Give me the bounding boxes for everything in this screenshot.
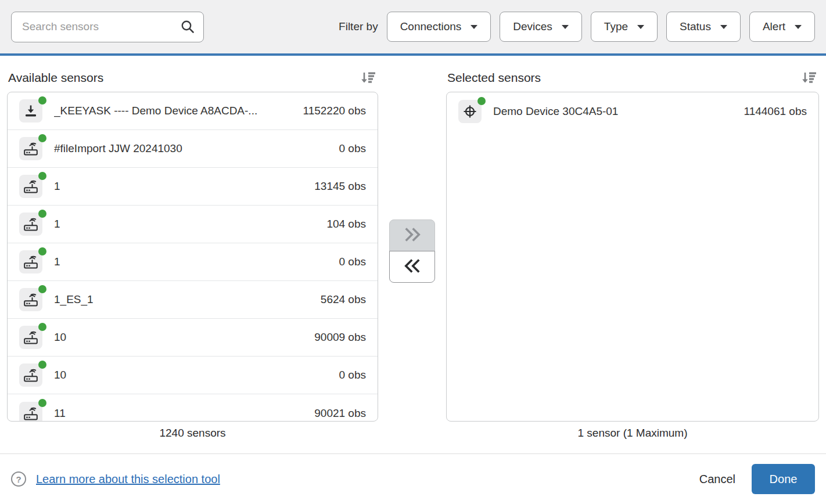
sensor-obs-count: 0 obs <box>339 369 366 381</box>
filter-dropdown-label: Devices <box>513 20 552 33</box>
status-online-dot <box>38 399 46 407</box>
search-field-wrap <box>11 12 204 42</box>
sensor-name: Demo Device 30C4A5-01 <box>493 105 732 118</box>
router-icon <box>19 402 42 422</box>
filter-dropdown-label: Alert <box>763 20 785 33</box>
sensor-name: 10 <box>54 369 328 381</box>
filter-dropdown-status[interactable]: Status <box>666 12 741 42</box>
sensor-obs-count: 104 obs <box>326 218 366 231</box>
selected-sensors-list: Demo Device 30C4A5-01 1144061 obs <box>446 92 819 422</box>
sensor-obs-count: 90009 obs <box>314 331 366 344</box>
help-question-icon: ? <box>11 471 26 487</box>
selected-sensors-title: Selected sensors <box>447 71 541 85</box>
sensor-row[interactable]: 1_ES_1 5624 obs <box>8 281 378 319</box>
filter-dropdown-label: Type <box>604 20 628 33</box>
router-icon <box>19 175 42 198</box>
cancel-button[interactable]: Cancel <box>691 467 744 492</box>
sensor-row[interactable]: 1 0 obs <box>8 243 378 281</box>
sensor-row[interactable]: 11 90021 obs <box>8 394 378 422</box>
target-icon <box>458 100 482 123</box>
filter-dropdown-type[interactable]: Type <box>591 12 658 42</box>
sensor-obs-count: 90021 obs <box>314 407 366 420</box>
router-icon <box>19 288 42 311</box>
status-online-dot <box>38 247 46 255</box>
dual-listbox: Available sensors _KEEYASK ---- Demo Dev… <box>0 56 826 440</box>
filter-dropdown-label: Connections <box>400 20 462 33</box>
status-online-dot <box>477 97 486 105</box>
available-count: 1240 sensors <box>7 427 378 440</box>
sensor-name: 1_ES_1 <box>54 293 309 306</box>
sensor-obs-count: 13145 obs <box>314 180 366 193</box>
chevrons-left-icon <box>402 258 423 276</box>
router-icon <box>19 137 42 160</box>
router-icon <box>19 363 42 387</box>
filter-dropdown-alert[interactable]: Alert <box>749 12 815 42</box>
filter-dropdown-devices[interactable]: Devices <box>500 12 582 42</box>
sort-descending-icon[interactable] <box>800 70 818 86</box>
chevrons-right-icon <box>402 226 423 244</box>
status-online-dot <box>38 172 46 180</box>
router-icon <box>19 250 42 273</box>
done-button[interactable]: Done <box>752 464 815 494</box>
sensor-name: _KEEYASK ---- Demo Device A8ACDA-... <box>54 105 292 117</box>
status-online-dot <box>38 96 46 105</box>
sensor-name: 1 <box>54 255 328 268</box>
sensor-name: 11 <box>54 407 303 420</box>
filter-dropdown-connections[interactable]: Connections <box>387 12 491 42</box>
move-to-selected-button[interactable] <box>389 219 435 251</box>
chevron-down-icon <box>562 25 569 29</box>
search-icon <box>180 19 195 34</box>
router-icon <box>19 213 42 236</box>
sensor-obs-count: 1144061 obs <box>744 105 807 118</box>
learn-more-link[interactable]: Learn more about this selection tool <box>36 473 220 486</box>
sensor-obs-count: 0 obs <box>339 255 366 268</box>
sensor-row[interactable]: #fileImport JJW 20241030 0 obs <box>8 130 378 168</box>
sensor-row[interactable]: 1 104 obs <box>8 206 378 243</box>
search-input[interactable] <box>11 12 204 42</box>
move-to-available-button[interactable] <box>389 251 435 283</box>
status-online-dot <box>38 210 46 218</box>
status-online-dot <box>38 361 46 369</box>
available-sensors-title: Available sensors <box>8 71 103 85</box>
available-sensors-list: _KEEYASK ---- Demo Device A8ACDA-... 115… <box>7 92 378 422</box>
sort-descending-icon[interactable] <box>359 70 377 86</box>
sensor-row[interactable]: 10 90009 obs <box>8 319 378 357</box>
chevron-down-icon <box>720 25 727 29</box>
sensor-name: 1 <box>54 180 303 193</box>
filter-dropdown-label: Status <box>680 20 711 33</box>
sensor-obs-count: 0 obs <box>339 142 366 155</box>
sensor-row[interactable]: 10 0 obs <box>8 357 378 394</box>
status-online-dot <box>38 285 46 293</box>
status-online-dot <box>38 323 46 331</box>
chevron-down-icon <box>795 25 802 29</box>
sensor-name: #fileImport JJW 20241030 <box>54 142 328 155</box>
sensor-row[interactable]: 1 13145 obs <box>8 168 378 206</box>
sensor-name: 10 <box>54 331 303 344</box>
transfer-controls <box>378 56 446 440</box>
filter-by-label: Filter by <box>339 20 387 33</box>
router-icon <box>19 326 42 349</box>
download-icon <box>19 99 42 123</box>
sensor-obs-count: 5624 obs <box>321 293 366 306</box>
filter-toolbar: Filter by Connections Devices Type Statu… <box>0 0 826 56</box>
selected-count: 1 sensor (1 Maximum) <box>446 427 819 440</box>
filter-buttons: Connections Devices Type Status Alert <box>387 12 815 42</box>
selected-sensors-panel: Selected sensors Demo Device 30C4A5-01 1… <box>446 56 819 440</box>
sensor-row[interactable]: Demo Device 30C4A5-01 1144061 obs <box>447 92 818 130</box>
sensor-row[interactable]: _KEEYASK ---- Demo Device A8ACDA-... 115… <box>8 92 378 130</box>
status-online-dot <box>38 134 46 142</box>
available-sensors-panel: Available sensors _KEEYASK ---- Demo Dev… <box>7 56 378 440</box>
chevron-down-icon <box>637 25 644 29</box>
sensor-name: 1 <box>54 218 315 231</box>
sensor-obs-count: 1152220 obs <box>303 105 366 117</box>
chevron-down-icon <box>471 25 477 29</box>
dialog-footer: ? Learn more about this selection tool C… <box>0 453 826 504</box>
